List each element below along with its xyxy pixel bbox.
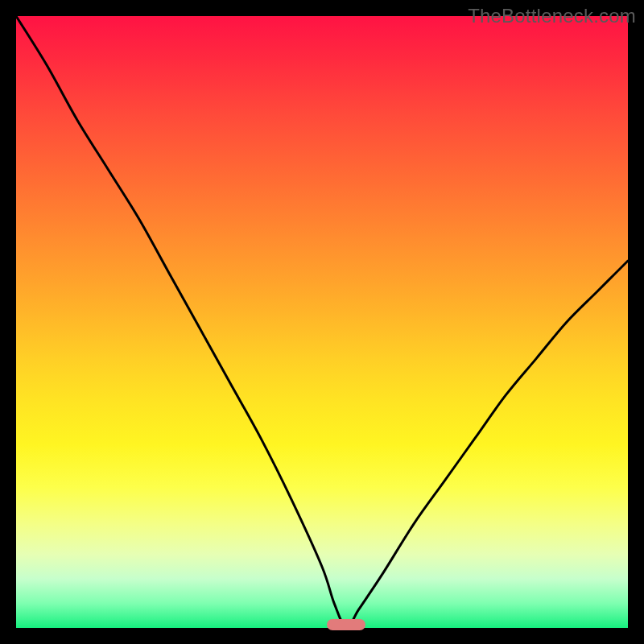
heat-gradient-background bbox=[16, 16, 628, 628]
chart-frame: TheBottleneck.com bbox=[0, 0, 644, 644]
optimal-point-marker bbox=[327, 619, 365, 630]
watermark-text: TheBottleneck.com bbox=[468, 5, 636, 27]
